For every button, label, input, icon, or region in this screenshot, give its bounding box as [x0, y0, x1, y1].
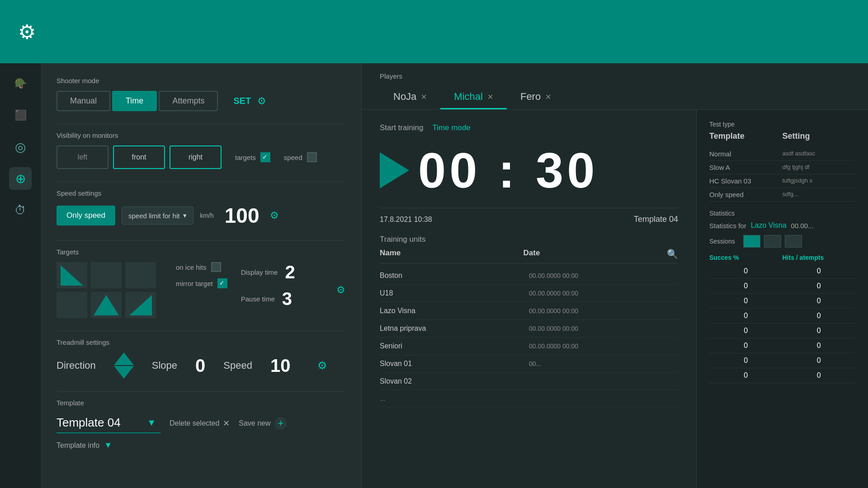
test-row[interactable]: HC Slovan 03 tuftgjsdgh s [709, 174, 855, 188]
arrow-down-icon[interactable] [114, 366, 134, 379]
speed-limit-select[interactable]: speed limit for hit ▾ [122, 206, 193, 225]
stats-for-row: Statistics for Lazo Visna 00.00... [709, 221, 855, 230]
left-panel: Shooter mode Manual Time Attempts SET ⚙ … [41, 63, 362, 488]
pause-time-row: Pause time 3 [241, 289, 295, 309]
timer-section: 00 : 30 [380, 141, 678, 199]
shooter-mode-section: Shooter mode Manual Time Attempts SET ⚙ [57, 77, 345, 111]
template-select[interactable]: Template 04 ▼ [57, 413, 160, 433]
sidebar-icon-timer[interactable]: ⏱ [9, 199, 32, 221]
delete-selected-button[interactable]: Delete selected ✕ [170, 418, 230, 428]
player-fero-name: Fero [520, 91, 541, 103]
stats-for-value: 00.00... [791, 222, 814, 230]
training-units: Training units Name Date 🔍 Boston 00.00.… [380, 235, 678, 407]
start-training-row: Start training Time mode [380, 123, 678, 132]
target-cell-1[interactable] [57, 262, 87, 288]
targets-checkbox[interactable] [260, 152, 270, 162]
session-btn-2[interactable] [764, 235, 781, 248]
stats-data-row: 0 0 [709, 338, 855, 353]
test-row[interactable]: Slow A dfg tjghj df [709, 161, 855, 174]
target-cell-4[interactable] [57, 292, 87, 318]
save-new-label: Save new [239, 419, 270, 427]
save-new-button[interactable]: Save new + [239, 417, 287, 430]
speed-settings-section: Speed settings Only speed speed limit fo… [57, 189, 345, 228]
unit-row[interactable]: Boston 00.00.0000 00:00 [380, 267, 678, 285]
arrow-up-icon[interactable] [114, 352, 134, 365]
units-list: Boston 00.00.0000 00:00 U18 00.00.0000 0… [380, 267, 678, 407]
sessions-label: Sessions [709, 238, 735, 245]
unit-row[interactable]: Slovan 01 00... [380, 355, 678, 373]
session-btn-1[interactable] [743, 235, 760, 248]
on-ice-checkbox[interactable] [211, 262, 221, 272]
targets-gear-icon[interactable]: ⚙ [336, 284, 345, 296]
attempts-mode-button[interactable]: Attempts [159, 91, 218, 111]
template-info-row[interactable]: Template info ▼ [57, 441, 345, 450]
set-button[interactable]: SET [233, 96, 251, 106]
slope-label: Slope [152, 360, 177, 371]
test-row[interactable]: Normal asdf asdfasc [709, 147, 855, 161]
speed-toggle-label: speed [284, 154, 302, 161]
play-button[interactable] [380, 152, 409, 188]
mode-gear-icon[interactable]: ⚙ [257, 95, 266, 107]
start-training-label: Start training [380, 123, 423, 132]
targets-row: on ice hits mirror target Display time 2… [57, 262, 345, 318]
search-units-icon[interactable]: 🔍 [667, 249, 678, 259]
players-section: Players NoJa ✕ Michal ✕ Fero ✕ [362, 63, 868, 110]
right-monitor-button[interactable]: right [170, 145, 222, 169]
treadmill-gear-icon[interactable]: ⚙ [317, 359, 327, 372]
delete-label: Delete selected [170, 419, 219, 427]
unit-row[interactable]: U18 00.00.0000 00:00 [380, 285, 678, 302]
speed-checkbox[interactable] [307, 152, 317, 162]
speed-row: Only speed speed limit for hit ▾ km/h 10… [57, 203, 345, 228]
template-selected-value: Template 04 [57, 416, 121, 430]
time-mode-button[interactable]: Time [112, 91, 157, 111]
player-tab-noja[interactable]: NoJa ✕ [380, 85, 440, 109]
targets-section: Targets on ice hits mirror tar [57, 248, 345, 318]
units-columns: Name Date 🔍 [380, 249, 678, 263]
session-btn-3[interactable] [785, 235, 802, 248]
settings-icon[interactable]: ⚙ [18, 20, 36, 43]
mirror-checkbox[interactable] [217, 278, 227, 288]
target-cell-3[interactable] [125, 262, 156, 288]
unit-row-more[interactable]: ... [380, 390, 678, 407]
template-info-chevron-icon: ▼ [104, 441, 112, 450]
player-michal-close-icon[interactable]: ✕ [487, 93, 493, 101]
unit-row[interactable]: Lazo Visna 00.00.0000 00:00 [380, 302, 678, 320]
player-noja-close-icon[interactable]: ✕ [421, 93, 427, 101]
player-tab-michal[interactable]: Michal ✕ [440, 85, 507, 109]
sidebar-icon-crosshair[interactable]: ⊕ [9, 167, 32, 190]
target-cell-2[interactable] [91, 262, 122, 288]
time-mode-label: Time mode [432, 123, 470, 132]
shooter-mode-label: Shooter mode [57, 77, 345, 84]
speed-value: 100 [225, 203, 259, 228]
treadmill-section: Treadmill settings Direction Slope 0 Spe… [57, 338, 345, 379]
player-fero-close-icon[interactable]: ✕ [545, 93, 551, 101]
players-tabs: NoJa ✕ Michal ✕ Fero ✕ [380, 85, 850, 109]
target-cell-6[interactable] [125, 292, 156, 318]
test-row[interactable]: Only speed sdfg... [709, 188, 855, 202]
test-type-headers: Template Setting [709, 131, 855, 141]
sidebar-icon-camera[interactable]: ⬛ [9, 104, 32, 127]
player-tab-fero[interactable]: Fero ✕ [507, 85, 565, 109]
direction-label: Direction [57, 360, 96, 371]
front-monitor-button[interactable]: front [113, 145, 165, 169]
speed-limit-dropdown-icon: ▾ [183, 211, 187, 220]
speed-gear-icon[interactable]: ⚙ [270, 210, 279, 221]
col-template-header: Template [709, 131, 783, 141]
on-ice-row: on ice hits [176, 262, 227, 272]
manual-mode-button[interactable]: Manual [57, 91, 110, 111]
template-row: Template 04 ▼ Delete selected ✕ Save new… [57, 413, 345, 433]
only-speed-button[interactable]: Only speed [57, 206, 115, 225]
target-cell-5[interactable] [91, 292, 122, 318]
units-header: Training units [380, 235, 678, 244]
left-monitor-button[interactable]: left [57, 145, 108, 169]
targets-toggle-label: targets [235, 154, 256, 161]
sidebar-icon-target[interactable]: ◎ [9, 136, 32, 158]
speed-toggle: speed [284, 152, 317, 162]
unit-row[interactable]: Letna priprava 00.00.0000 00:00 [380, 320, 678, 338]
speed-settings-label: Speed settings [57, 189, 345, 197]
unit-row[interactable]: Seniori 00.00.0000 00:00 [380, 338, 678, 355]
speed-limit-label: speed limit for hit [128, 212, 179, 220]
unit-row[interactable]: Slovan 02 [380, 373, 678, 390]
sidebar-icon-helmet[interactable]: 🪖 [9, 72, 32, 95]
direction-arrows[interactable] [114, 352, 134, 379]
